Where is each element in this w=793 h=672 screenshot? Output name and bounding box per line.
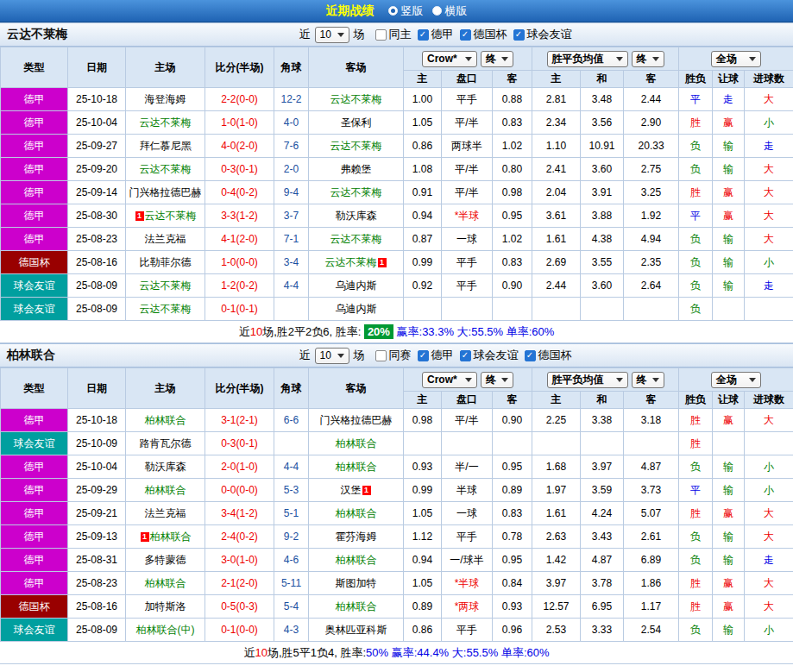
team-name[interactable]: 霍芬海姆: [336, 531, 377, 543]
team-name[interactable]: 柏林联合: [145, 484, 186, 496]
match-count-select[interactable]: 10: [315, 27, 349, 43]
checkbox-icon[interactable]: [375, 350, 387, 361]
team-name[interactable]: 云达不莱梅: [140, 163, 192, 175]
summary-bar: 近10场,胜5平1负4, 胜率:50% 赢率:44.4% 大:55.5% 单率:…: [0, 642, 793, 664]
score-cell: 3-4(1-2): [205, 502, 274, 525]
team-name[interactable]: 云达不莱梅: [325, 256, 377, 268]
odds-group-header: Crow* 终: [404, 368, 532, 392]
home-team-cell: 云达不莱梅: [126, 158, 205, 181]
team-name[interactable]: 门兴格拉德巴赫: [320, 414, 393, 426]
score-cell: 0-3(0-1): [205, 158, 274, 181]
team-name[interactable]: 门兴格拉德巴赫: [129, 186, 202, 198]
odds-final-select[interactable]: 终: [481, 51, 513, 67]
team-name[interactable]: 路肯瓦尔德: [140, 437, 192, 449]
team-name[interactable]: 柏林联合: [336, 461, 377, 473]
team-name[interactable]: 法兰克福: [145, 507, 186, 519]
team-name[interactable]: 柏林联合: [336, 554, 377, 566]
team-name[interactable]: 加特斯洛: [145, 600, 186, 612]
league-cell: 德甲: [1, 204, 68, 228]
team-name[interactable]: 云达不莱梅: [330, 186, 382, 198]
team-name[interactable]: 云达不莱梅: [330, 233, 382, 245]
radio-icon[interactable]: [432, 6, 442, 16]
odds-company-select[interactable]: Crow*: [422, 372, 477, 388]
team-name[interactable]: 云达不莱梅: [330, 140, 382, 152]
score-cell: 3-3(1-2): [205, 204, 274, 228]
odds-company-select[interactable]: Crow*: [422, 51, 477, 67]
team-name[interactable]: 汉堡: [341, 484, 362, 496]
match-count-select[interactable]: 10: [315, 348, 349, 364]
team-name[interactable]: 奥林匹亚科斯: [325, 624, 387, 636]
avg-draw-cell: [581, 298, 624, 321]
scope-select[interactable]: 全场: [711, 372, 761, 388]
goals-result-cell: 大: [745, 181, 793, 204]
team-name[interactable]: 斯图加特: [336, 577, 377, 589]
team-name[interactable]: 弗赖堡: [341, 163, 372, 175]
team-name[interactable]: 云达不莱梅: [140, 279, 192, 292]
checkbox-icon[interactable]: ✓: [418, 350, 429, 361]
handicap-result-cell: 赢: [713, 181, 745, 204]
checkbox-icon[interactable]: ✓: [525, 350, 536, 361]
date-cell: 25-08-09: [68, 274, 126, 298]
checkbox-icon[interactable]: ✓: [418, 29, 429, 41]
filter-checkbox[interactable]: ✓德国杯: [525, 348, 572, 363]
red-card-badge: 1: [362, 486, 371, 495]
result-cell: 平: [679, 88, 713, 111]
team-name[interactable]: 勒沃库森: [145, 461, 186, 473]
corner-cell: 4-4: [274, 455, 309, 479]
score-cell: 1-0(1-0): [205, 111, 274, 135]
team-name[interactable]: 乌迪内斯: [336, 279, 377, 292]
odds-handicap-cell: 半球: [442, 479, 493, 502]
corner-cell: 7-1: [274, 228, 309, 251]
scope-select[interactable]: 全场: [711, 51, 761, 67]
team-name[interactable]: 柏林联合: [145, 414, 186, 426]
handicap-result-cell: 输: [713, 525, 745, 549]
team-name[interactable]: 云达不莱梅: [145, 210, 197, 222]
radio-icon[interactable]: [388, 6, 398, 16]
team-name[interactable]: 拜仁慕尼黑: [140, 140, 192, 152]
layout-radio[interactable]: 横版: [432, 3, 468, 19]
away-team-cell: 勒沃库森: [309, 204, 404, 228]
corner-cell: 4-4: [274, 274, 309, 298]
checkbox-icon[interactable]: ✓: [513, 29, 525, 41]
avg-home-cell: 2.44: [532, 274, 581, 298]
avg-away-cell: 2.75: [624, 158, 679, 181]
avg-final-select[interactable]: 终: [632, 372, 664, 388]
odds-final-select[interactable]: 终: [481, 372, 513, 388]
score-cell: 2-2(0-0): [205, 88, 274, 111]
team-name[interactable]: 乌迪内斯: [336, 303, 377, 315]
avg-type-select[interactable]: 胜平负均值: [547, 372, 628, 388]
team-name[interactable]: 柏林联合: [145, 577, 186, 589]
filter-checkbox[interactable]: ✓德甲: [418, 348, 454, 363]
filter-checkbox[interactable]: ✓德甲: [418, 27, 454, 42]
avg-final-select[interactable]: 终: [632, 51, 664, 67]
team-name[interactable]: 比勒菲尔德: [140, 256, 192, 268]
checkbox-icon[interactable]: ✓: [460, 29, 471, 41]
checkbox-icon[interactable]: ✓: [460, 350, 471, 361]
team-name[interactable]: 多特蒙德: [145, 554, 186, 566]
away-team-cell: 云达不莱梅: [309, 88, 404, 111]
checkbox-icon[interactable]: [375, 29, 387, 41]
filter-checkbox[interactable]: 同主: [375, 27, 412, 42]
handicap-result-cell: 输: [713, 135, 745, 158]
filter-checkbox[interactable]: ✓球会友谊: [513, 27, 572, 42]
team-name[interactable]: 云达不莱梅: [140, 303, 192, 315]
layout-radio[interactable]: 竖版: [388, 3, 424, 19]
col-header-handicap: 盘口: [442, 71, 493, 88]
filter-checkbox[interactable]: ✓球会友谊: [460, 348, 519, 363]
team-name[interactable]: 海登海姆: [145, 93, 186, 105]
team-name[interactable]: 柏林联合: [336, 437, 377, 449]
team-name[interactable]: 云达不莱梅: [330, 93, 382, 105]
avg-type-select[interactable]: 胜平负均值: [547, 51, 628, 67]
team-name[interactable]: 柏林联合: [336, 507, 377, 519]
team-name[interactable]: 云达不莱梅: [140, 116, 192, 129]
team-name[interactable]: 勒沃库森: [336, 210, 377, 222]
team-name[interactable]: 法兰克福: [145, 233, 186, 245]
team-name[interactable]: 柏林联合: [150, 531, 192, 543]
filter-checkbox[interactable]: 同赛: [375, 348, 412, 363]
score-cell: 0-5(0-3): [205, 595, 274, 619]
team-name[interactable]: 柏林联合: [336, 600, 377, 612]
team-name[interactable]: 圣保利: [341, 116, 372, 129]
page-title: 近期战绩: [326, 3, 374, 19]
team-name[interactable]: 柏林联合(中): [136, 624, 195, 636]
filter-checkbox[interactable]: ✓德国杯: [460, 27, 507, 42]
